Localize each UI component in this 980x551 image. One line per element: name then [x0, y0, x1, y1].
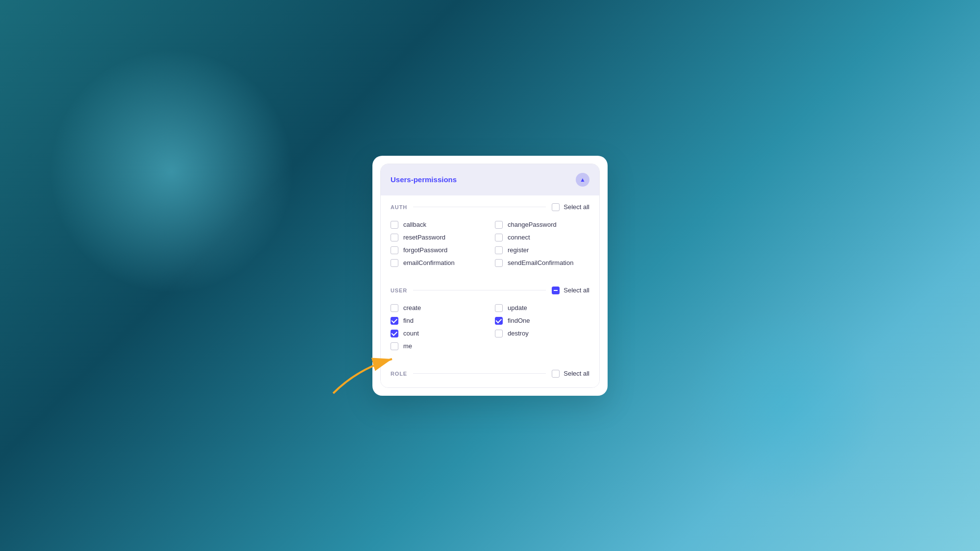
destroy-checkbox[interactable]: [495, 330, 503, 337]
user-permissions-grid: create update find findOne: [391, 300, 589, 358]
update-checkbox[interactable]: [495, 304, 503, 312]
card-title: Users-permissions: [391, 175, 457, 184]
user-section-label: USER: [391, 287, 407, 293]
auth-select-all-container: Select all: [552, 203, 589, 211]
find-label: find: [403, 317, 414, 324]
role-section-label: ROLE: [391, 371, 407, 377]
list-item: callback: [391, 221, 485, 229]
list-item: me: [391, 342, 485, 350]
card-body: AUTH Select all callback changePassword: [381, 195, 599, 387]
create-label: create: [403, 304, 421, 311]
count-label: count: [403, 330, 419, 337]
auth-select-all-checkbox[interactable]: [552, 203, 560, 211]
user-section-header: USER Select all: [391, 287, 589, 294]
role-select-all-checkbox[interactable]: [552, 370, 560, 378]
callback-checkbox[interactable]: [391, 221, 398, 229]
list-item: resetPassword: [391, 234, 485, 241]
role-section-header: ROLE Select all: [391, 370, 589, 378]
email-confirmation-checkbox[interactable]: [391, 259, 398, 267]
user-divider: [413, 290, 546, 290]
update-label: update: [508, 304, 527, 311]
connect-label: connect: [508, 234, 530, 241]
reset-password-label: resetPassword: [403, 234, 445, 241]
user-select-all-label: Select all: [564, 287, 589, 294]
connect-checkbox[interactable]: [495, 234, 503, 241]
chevron-up-icon: ▲: [580, 176, 586, 183]
user-section: USER Select all create update: [391, 279, 589, 362]
forgot-password-checkbox[interactable]: [391, 246, 398, 254]
change-password-label: changePassword: [508, 221, 557, 228]
role-divider: [413, 373, 546, 374]
user-select-all-checkbox[interactable]: [552, 287, 560, 294]
register-checkbox[interactable]: [495, 246, 503, 254]
send-email-confirmation-label: sendEmailConfirmation: [508, 259, 573, 266]
list-item: findOne: [495, 317, 589, 325]
list-item: connect: [495, 234, 589, 241]
register-label: register: [508, 246, 529, 254]
card-header: Users-permissions ▲: [381, 164, 599, 195]
find-checkbox[interactable]: [391, 317, 398, 325]
auth-permissions-grid: callback changePassword resetPassword co…: [391, 217, 589, 275]
list-item: register: [495, 246, 589, 254]
role-section: ROLE Select all: [391, 362, 589, 387]
list-item: emailConfirmation: [391, 259, 485, 267]
permissions-modal: Users-permissions ▲ AUTH Select all: [372, 156, 608, 396]
role-select-all-label: Select all: [564, 370, 589, 377]
reset-password-checkbox[interactable]: [391, 234, 398, 241]
collapse-button[interactable]: ▲: [576, 173, 589, 187]
auth-section-label: AUTH: [391, 204, 407, 210]
list-item: update: [495, 304, 589, 312]
list-item: changePassword: [495, 221, 589, 229]
find-one-checkbox[interactable]: [495, 317, 503, 325]
me-label: me: [403, 342, 412, 350]
find-one-label: findOne: [508, 317, 530, 324]
create-checkbox[interactable]: [391, 304, 398, 312]
user-select-all-container: Select all: [552, 287, 589, 294]
auth-section-header: AUTH Select all: [391, 203, 589, 211]
role-select-all-container: Select all: [552, 370, 589, 378]
auth-section: AUTH Select all callback changePassword: [391, 195, 589, 279]
callback-label: callback: [403, 221, 426, 228]
change-password-checkbox[interactable]: [495, 221, 503, 229]
forgot-password-label: forgotPassword: [403, 246, 447, 254]
list-item: create: [391, 304, 485, 312]
auth-divider: [413, 207, 546, 207]
list-item: destroy: [495, 330, 589, 337]
auth-select-all-label: Select all: [564, 203, 589, 211]
destroy-label: destroy: [508, 330, 529, 337]
list-item: count: [391, 330, 485, 337]
send-email-confirmation-checkbox[interactable]: [495, 259, 503, 267]
users-permissions-card: Users-permissions ▲ AUTH Select all: [380, 164, 600, 388]
email-confirmation-label: emailConfirmation: [403, 259, 455, 266]
list-item: sendEmailConfirmation: [495, 259, 589, 267]
list-item: forgotPassword: [391, 246, 485, 254]
list-item: find: [391, 317, 485, 325]
me-checkbox[interactable]: [391, 342, 398, 350]
count-checkbox[interactable]: [391, 330, 398, 337]
